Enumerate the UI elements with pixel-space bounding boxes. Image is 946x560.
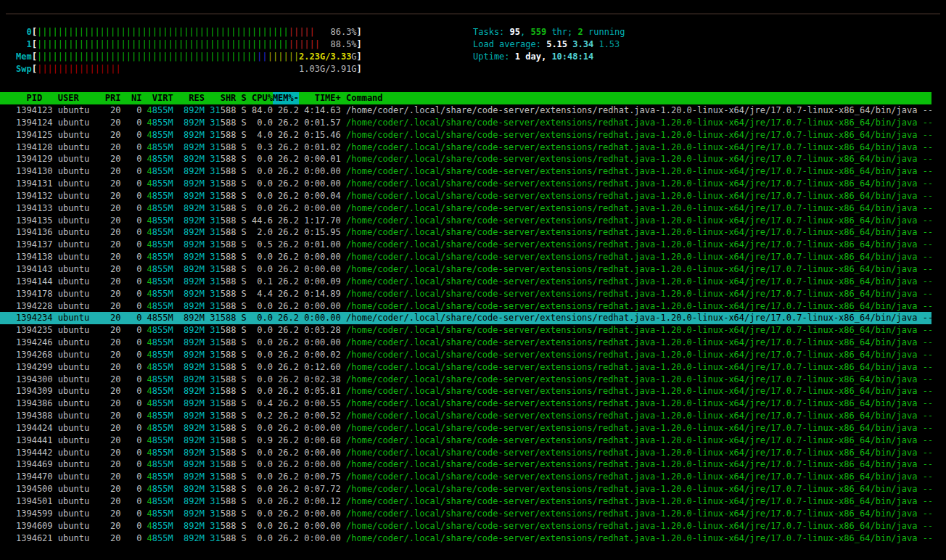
process-row[interactable]: 1394129ubuntu2004855M892M31588S0.026.20:… <box>0 153 931 165</box>
header-time[interactable]: TIME+ <box>304 92 341 104</box>
cpu0-meter: 0[||||||||||||||||||||||||||||||||||||||… <box>16 26 362 38</box>
cell-res: 892M <box>178 141 205 154</box>
process-row[interactable]: 1394442ubuntu2004855M892M31588S0.026.20:… <box>0 447 931 459</box>
process-row[interactable]: 1394388ubuntu2004855M892M31588S0.226.20:… <box>0 410 931 422</box>
cell-cpu-percent: 0.0 <box>252 385 273 398</box>
cell-pri: 20 <box>105 435 121 447</box>
cell-cpu-percent: 0.0 <box>252 471 273 483</box>
process-row-selected[interactable]: 1394234ubuntu2004855M892M31588S0.026.20:… <box>0 312 931 324</box>
cell-mem-percent: 26.2 <box>273 398 299 410</box>
process-row[interactable]: 1394144ubuntu2004855M892M31588S0.126.20:… <box>0 276 931 288</box>
cell-virt: 4855M <box>147 337 173 349</box>
process-row[interactable]: 1394299ubuntu2004855M892M31588S0.026.20:… <box>0 361 931 374</box>
header-pri[interactable]: PRI <box>105 92 121 104</box>
cell-state: S <box>242 410 247 422</box>
process-row[interactable]: 1394470ubuntu2004855M892M31588S0.026.20:… <box>0 471 931 483</box>
process-row[interactable]: 1394246ubuntu2004855M892M31588S0.026.20:… <box>0 337 931 349</box>
process-row[interactable]: 1394133ubuntu2004855M892M31588S0.026.20:… <box>0 202 931 215</box>
cell-state: S <box>242 288 247 300</box>
process-row[interactable]: 1394424ubuntu2004855M892M31588S0.026.20:… <box>0 422 931 435</box>
cell-mem-percent: 26.2 <box>273 178 299 190</box>
cell-command: /home/coder/.local/share/code-server/ext… <box>346 435 931 447</box>
process-row[interactable]: 1394441ubuntu2004855M892M31588S0.926.20:… <box>0 435 931 447</box>
cell-user: ubuntu <box>58 398 100 410</box>
process-row[interactable]: 1394135ubuntu2004855M892M31588S44.626.21… <box>0 215 931 227</box>
cell-command: /home/coder/.local/share/code-server/ext… <box>346 398 931 410</box>
cell-shr: 31588 <box>210 129 236 141</box>
cell-state: S <box>242 312 247 324</box>
cell-virt: 4855M <box>147 422 173 435</box>
process-row[interactable]: 1394136ubuntu2004855M892M31588S2.026.20:… <box>0 226 931 239</box>
cell-shr: 31588 <box>210 422 236 435</box>
cell-shr: 31588 <box>210 495 236 508</box>
cell-user: ubuntu <box>58 276 100 288</box>
process-row[interactable]: 1394501ubuntu2004855M892M31588S0.026.20:… <box>0 495 931 508</box>
process-row[interactable]: 1394386ubuntu2004855M892M31588S0.426.20:… <box>0 398 931 410</box>
cell-cpu-percent: 0.0 <box>252 483 273 495</box>
process-row[interactable]: 1394599ubuntu2004855M892M31588S0.026.20:… <box>0 508 931 520</box>
header-res[interactable]: RES <box>178 92 205 104</box>
process-row[interactable]: 1394138ubuntu2004855M892M31588S0.026.20:… <box>0 251 931 263</box>
process-row[interactable]: 1394137ubuntu2004855M892M31588S0.526.20:… <box>0 239 931 251</box>
header-shr[interactable]: SHR <box>210 92 236 104</box>
process-row[interactable]: 1394235ubuntu2004855M892M31588S0.026.20:… <box>0 324 931 337</box>
header-state[interactable]: S <box>242 92 247 104</box>
cell-user: ubuntu <box>58 239 100 251</box>
process-row[interactable]: 1394500ubuntu2004855M892M31588S0.026.20:… <box>0 483 931 495</box>
process-row[interactable]: 1394300ubuntu2004855M892M31588S0.026.20:… <box>0 374 931 386</box>
process-row[interactable]: 1394621ubuntu2004855M892M31588S0.026.20:… <box>0 532 931 545</box>
cell-user: ubuntu <box>58 226 100 239</box>
header-ni[interactable]: NI <box>126 92 142 104</box>
cell-command: /home/coder/.local/share/code-server/ext… <box>346 520 931 532</box>
header-cpu-percent[interactable]: CPU% <box>252 92 273 104</box>
cell-mem-percent: 26.2 <box>273 471 299 483</box>
cell-shr: 31588 <box>210 215 236 227</box>
process-row[interactable]: 1394309ubuntu2004855M892M31588S0.026.20:… <box>0 385 931 398</box>
cell-ni: 0 <box>126 300 142 313</box>
process-row[interactable]: 1394124ubuntu2004855M892M31588S0.026.20:… <box>0 117 931 129</box>
process-row[interactable]: 1394125ubuntu2004855M892M31588S4.026.20:… <box>0 129 931 141</box>
cell-user: ubuntu <box>58 117 100 129</box>
cell-virt: 4855M <box>147 312 173 324</box>
process-row[interactable]: 1394143ubuntu2004855M892M31588S0.026.20:… <box>0 263 931 276</box>
process-row[interactable]: 1394268ubuntu2004855M892M31588S0.026.20:… <box>0 349 931 361</box>
cell-pri: 20 <box>105 312 121 324</box>
process-row[interactable]: 1394132ubuntu2004855M892M31588S0.026.20:… <box>0 190 931 202</box>
cell-mem-percent: 26.2 <box>273 153 299 165</box>
header-command[interactable]: Command <box>346 92 931 104</box>
process-row[interactable]: 1394131ubuntu2004855M892M31588S0.026.20:… <box>0 178 931 190</box>
cell-virt: 4855M <box>147 495 173 508</box>
cell-shr: 31588 <box>210 288 236 300</box>
cell-time: 0:15.95 <box>304 226 341 239</box>
cell-cpu-percent: 0.0 <box>252 153 273 165</box>
cell-virt: 4855M <box>147 398 173 410</box>
process-row[interactable]: 1394609ubuntu2004855M892M31588S0.026.20:… <box>0 520 931 532</box>
cell-time: 0:00.09 <box>304 276 341 288</box>
cell-shr: 31588 <box>210 165 236 178</box>
process-table-header: PIDUSERPRINIVIRTRESSHRSCPU%MEM%-TIME+Com… <box>0 92 931 104</box>
cell-user: ubuntu <box>58 471 100 483</box>
process-row[interactable]: 1394469ubuntu2004855M892M31588S0.026.20:… <box>0 458 931 471</box>
cell-time: 0:00.00 <box>304 422 341 435</box>
cell-virt: 4855M <box>147 361 173 374</box>
process-row[interactable]: 1394228ubuntu2004855M892M31588S0.026.20:… <box>0 300 931 313</box>
cell-command: /home/coder/.local/share/code-server/ext… <box>346 324 931 337</box>
cell-res: 892M <box>178 361 205 374</box>
cell-time: 0:00.01 <box>304 153 341 165</box>
process-row[interactable]: 1394178ubuntu2004855M892M31588S4.426.20:… <box>0 288 931 300</box>
header-user[interactable]: USER <box>58 92 100 104</box>
process-row[interactable]: 1394128ubuntu2004855M892M31588S0.326.20:… <box>0 141 931 154</box>
cell-shr: 31588 <box>210 239 236 251</box>
cell-shr: 31588 <box>210 276 236 288</box>
cell-time: 0:14.89 <box>304 288 341 300</box>
header-virt[interactable]: VIRT <box>147 92 173 104</box>
process-row[interactable]: 1394130ubuntu2004855M892M31588S0.026.20:… <box>0 165 931 178</box>
cell-shr: 31588 <box>210 312 236 324</box>
cell-time: 0:00.00 <box>304 178 341 190</box>
cell-ni: 0 <box>126 226 142 239</box>
cell-state: S <box>242 508 247 520</box>
header-pid[interactable]: PID <box>16 92 53 104</box>
cell-command: /home/coder/.local/share/code-server/ext… <box>346 263 931 276</box>
process-row[interactable]: 1394123ubuntu2004855M892M31588S84.026.24… <box>0 104 931 117</box>
header-mem-percent-sorted[interactable]: MEM%- <box>273 92 299 104</box>
